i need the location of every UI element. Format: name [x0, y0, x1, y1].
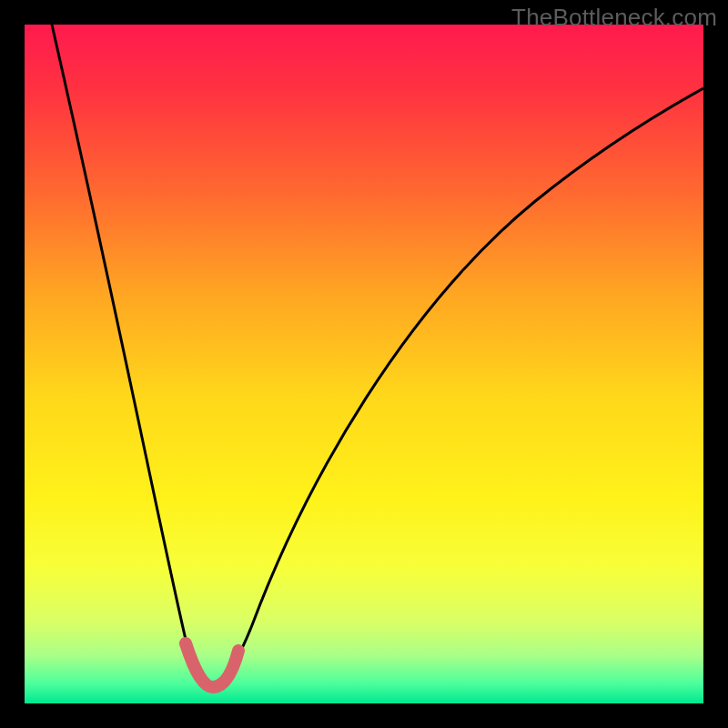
watermark-text: TheBottleneck.com: [511, 4, 717, 32]
bottleneck-curve: [52, 25, 703, 682]
highlight-trough: [186, 643, 238, 687]
chart-curves: [25, 25, 703, 703]
chart-frame: [25, 25, 703, 703]
